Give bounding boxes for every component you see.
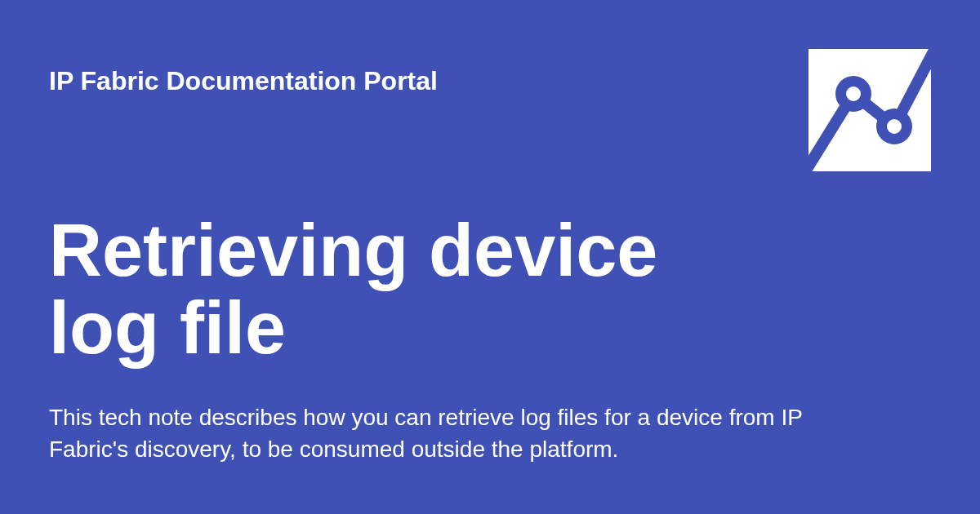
site-name: IP Fabric Documentation Portal: [49, 49, 438, 96]
ip-fabric-logo-icon: [808, 49, 931, 171]
logo-box: [808, 49, 931, 171]
svg-point-4: [846, 86, 861, 101]
page-title: Retrieving device log file: [49, 212, 784, 366]
card-container: IP Fabric Documentation Portal Retrievin…: [0, 0, 980, 514]
header-row: IP Fabric Documentation Portal: [49, 49, 931, 171]
svg-point-6: [887, 119, 902, 134]
page-description: This tech note describes how you can ret…: [49, 401, 866, 465]
